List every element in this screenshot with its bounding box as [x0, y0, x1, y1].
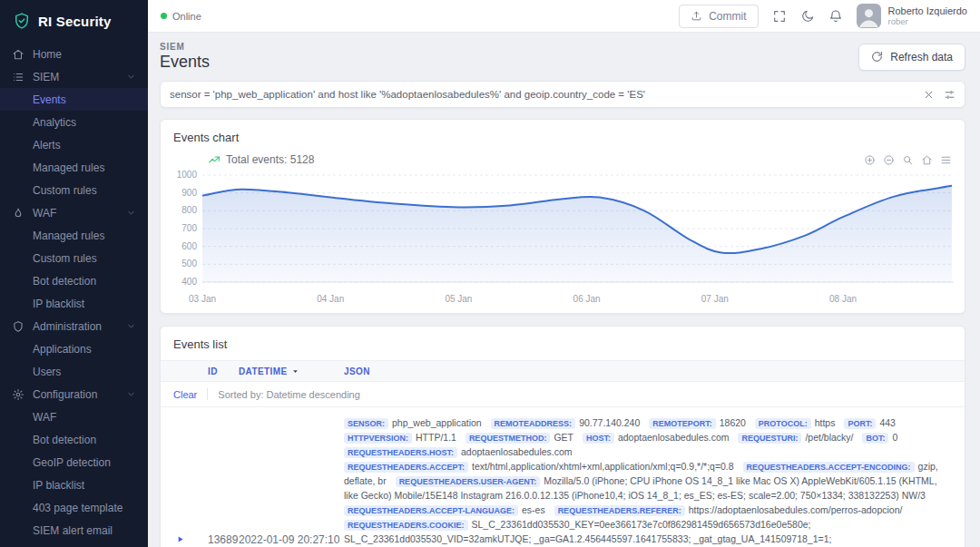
refresh-data-button[interactable]: Refresh data [858, 44, 965, 71]
clear-sort-link[interactable]: Clear [173, 389, 197, 400]
expand-row-icon[interactable] [175, 534, 185, 544]
sidebar-item-alerts[interactable]: Alerts [0, 133, 148, 156]
dark-mode-moon-icon[interactable] [800, 9, 815, 24]
column-header-datetime[interactable]: DATETIME [239, 366, 344, 376]
sidebar-item-managed-rules[interactable]: Managed rules [0, 224, 148, 247]
sidebar-item-label: Custom rules [33, 184, 97, 197]
siem-list-icon [12, 71, 24, 83]
sidebar-item-geoip-detection[interactable]: GeoIP detection [0, 451, 148, 474]
notifications-bell-icon[interactable] [828, 9, 843, 24]
json-value: text/html,application/xhtml+xml,applicat… [472, 461, 734, 472]
svg-text:08 Jan: 08 Jan [829, 294, 857, 304]
selection-zoom-magnifier-icon[interactable] [902, 154, 914, 166]
sidebar-item-label: SIEM alert email [33, 524, 113, 537]
sidebar-item-bot-detection[interactable]: Bot detection [0, 428, 148, 451]
sidebar-item-home[interactable]: Home [0, 43, 148, 65]
clear-filter-x-icon[interactable] [923, 89, 935, 101]
events-chart-card: Events chart Total events: 5128 40050060 [160, 119, 965, 314]
user-menu[interactable]: Roberto Izquierdo rober [857, 4, 967, 28]
svg-text:03 Jan: 03 Jan [189, 294, 216, 304]
json-value: 443 [879, 417, 896, 428]
json-key-badge: REQUESTHEADERS.USER-AGENT: [396, 476, 541, 487]
sidebar-item-events[interactable]: Events [0, 88, 148, 111]
json-value: GET [554, 432, 573, 443]
json-key-badge: REQUESTHEADERS.ACCEPT-LANGUAGE: [344, 505, 518, 516]
sidebar-group-label: Administration [33, 320, 102, 333]
column-header-id[interactable]: ID [208, 366, 239, 376]
sidebar-item-custom-rules[interactable]: Custom rules [0, 179, 148, 201]
sidebar-item-label: GeoIP detection [33, 456, 111, 469]
sidebar-item-managed-rules[interactable]: Managed rules [0, 156, 148, 179]
page-header: SIEM Events Refresh data [160, 42, 965, 72]
chevron-down-icon [126, 389, 136, 399]
json-key-badge: REMOTEADDRESS: [491, 418, 576, 429]
json-key-badge: HOST: [583, 433, 614, 444]
chevron-down-icon [126, 208, 136, 218]
json-cell: SENSOR:php_web_application REMOTEADDRESS… [344, 416, 952, 547]
json-value: php_web_application [392, 417, 482, 428]
chevron-down-icon [126, 321, 136, 331]
reset-zoom-home-icon[interactable] [921, 154, 933, 166]
sidebar-item-users[interactable]: Users [0, 360, 148, 383]
zoom-in-icon[interactable] [864, 154, 876, 166]
sidebar-group-label: SIEM [33, 71, 59, 83]
online-status-dot [161, 13, 167, 19]
column-header-json[interactable]: JSON [344, 366, 952, 376]
filter-sliders-icon[interactable] [944, 89, 956, 101]
sidebar-item-waf[interactable]: WAF [0, 405, 148, 428]
page-title: Events [160, 53, 210, 72]
user-handle: rober [888, 17, 967, 26]
sidebar-item-siem-alert-email[interactable]: SIEM alert email [0, 519, 148, 542]
sidebar-item-ip-blacklist[interactable]: IP blacklist [0, 292, 148, 315]
sidebar-item-403-page-template[interactable]: 403 page template [0, 496, 148, 519]
sidebar-item-label: Home [33, 48, 62, 61]
sidebar-group-label: Configuration [33, 388, 97, 401]
sorted-by-text: Sorted by: Datetime descending [218, 389, 360, 400]
zoom-out-icon[interactable] [883, 154, 895, 166]
sidebar-item-label: Applications [33, 343, 92, 356]
table-row[interactable]: 13689 2022-01-09 20:27:10 SENSOR:php_web… [161, 407, 965, 547]
sidebar-item-bot-detection[interactable]: Bot detection [0, 269, 148, 292]
json-key-badge: HTTPVERSION: [344, 433, 412, 444]
svg-text:500: 500 [181, 259, 197, 269]
sort-descending-caret-icon [290, 366, 300, 376]
sidebar-item-custom-rules[interactable]: Custom rules [0, 247, 148, 269]
sort-status-bar: Clear Sorted by: Datetime descending [161, 382, 965, 407]
commit-button[interactable]: Commit [679, 5, 758, 28]
json-value: https [815, 417, 836, 428]
sidebar-item-applications[interactable]: Applications [0, 337, 148, 360]
json-key-badge: REMOTEPORT: [649, 418, 716, 429]
svg-text:1000: 1000 [177, 170, 198, 180]
event-id-cell: 13689 [208, 533, 239, 546]
sidebar-group-configuration[interactable]: Configuration [0, 383, 148, 405]
svg-text:04 Jan: 04 Jan [317, 294, 344, 304]
json-key-badge: PORT: [844, 418, 876, 429]
sidebar-item-label: Users [33, 366, 61, 378]
json-key-badge: REQUESTMETHOD: [466, 433, 551, 444]
sidebar: RI Security HomeSIEMEventsAnalyticsAlert… [0, 0, 148, 547]
events-chart[interactable]: 400500600700800900100003 Jan04 Jan05 Jan… [173, 170, 952, 311]
filter-query-input[interactable]: sensor = 'php_web_application' and host … [160, 81, 965, 108]
sidebar-item-label: Bot detection [33, 275, 96, 288]
chart-menu-icon[interactable] [940, 154, 952, 166]
fullscreen-icon[interactable] [772, 9, 787, 24]
avatar [857, 4, 881, 28]
sidebar-item-label: Managed rules [33, 161, 104, 174]
sidebar-item-analytics[interactable]: Analytics [0, 111, 148, 133]
sidebar-item-label: Managed rules [33, 230, 104, 242]
sidebar-group-siem[interactable]: SIEM [0, 65, 148, 88]
sidebar-nav: HomeSIEMEventsAnalyticsAlertsManaged rul… [0, 43, 148, 547]
svg-text:800: 800 [181, 205, 197, 215]
svg-text:700: 700 [181, 223, 197, 233]
app-window: RI Security HomeSIEMEventsAnalyticsAlert… [0, 0, 980, 547]
sidebar-item-ip-blacklist[interactable]: IP blacklist [0, 474, 148, 496]
sidebar-item-label: Analytics [33, 116, 76, 129]
sidebar-item-label: Custom rules [33, 252, 97, 265]
sidebar-group-waf[interactable]: WAF [0, 201, 148, 224]
event-datetime-cell: 2022-01-09 20:27:10 [239, 533, 344, 546]
waf-flame-icon [12, 207, 24, 220]
json-value: es-es [522, 504, 545, 515]
upload-icon [691, 10, 702, 22]
sidebar-group-administration[interactable]: Administration [0, 315, 148, 337]
json-key-badge: REQUESTURI: [738, 433, 801, 444]
